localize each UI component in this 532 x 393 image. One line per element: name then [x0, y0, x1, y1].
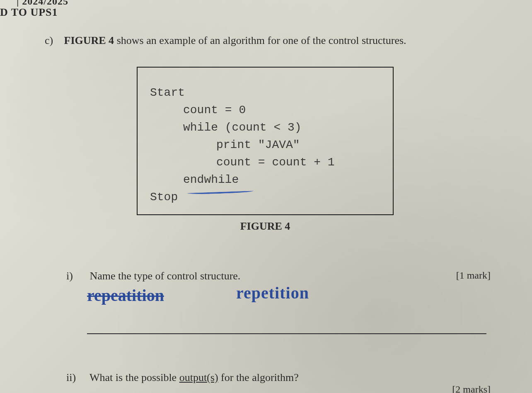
code-line-start: Start	[150, 84, 380, 102]
sub-ii-label: ii)	[66, 371, 87, 384]
header-ups-fragment: D TO UPS1	[0, 6, 515, 19]
code-line-stop: Stop	[150, 189, 380, 206]
code-line-init: count = 0	[150, 102, 380, 119]
question-c-label: c)	[45, 34, 61, 47]
question-c-text: shows an example of an algorithm for one…	[114, 34, 406, 46]
pseudocode-box: Start count = 0 while (count < 3) print …	[137, 67, 394, 215]
figure-ref: FIGURE 4	[64, 34, 114, 46]
sub-question-ii: ii) What is the possible output(s) for t…	[66, 371, 515, 384]
question-c: c) FIGURE 4 shows an example of an algor…	[45, 34, 515, 47]
sub-ii-marks: [2 marks]	[452, 384, 491, 393]
sub-question-i: i) Name the type of control structure. […	[66, 270, 515, 282]
sub-ii-underlined: output(s)	[179, 371, 218, 383]
handwritten-answer-row: repeatition repetition	[87, 286, 515, 311]
sub-ii-text-2: for the algorithm?	[218, 371, 299, 383]
code-line-increment: count = count + 1	[150, 154, 380, 171]
handwritten-answer: repetition	[236, 283, 309, 303]
sub-i-marks: [1 mark]	[456, 270, 491, 281]
page-content: | 2024/2025 D TO UPS1 c) FIGURE 4 shows …	[0, 0, 532, 384]
code-line-print: print "JAVA"	[150, 136, 380, 154]
sub-ii-text-1: What is the possible	[89, 371, 179, 383]
figure-caption: FIGURE 4	[137, 220, 394, 233]
answer-underline	[87, 333, 486, 334]
sub-i-label: i)	[66, 270, 87, 282]
code-line-endwhile: endwhile	[150, 171, 380, 189]
handwritten-crossed: repeatition	[87, 286, 164, 305]
code-line-while: while (count < 3)	[150, 119, 380, 136]
sub-i-text: Name the type of control structure.	[90, 270, 241, 282]
